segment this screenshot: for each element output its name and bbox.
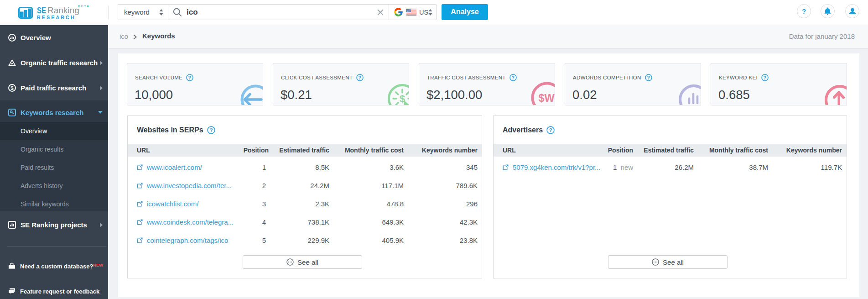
svg-text:$W: $W [538,92,555,104]
svg-text:?: ? [188,75,192,80]
svg-text:?: ? [764,75,767,80]
svg-text:?: ? [511,75,515,80]
svg-text:$: $ [10,85,14,91]
svg-text:?: ? [549,127,552,133]
svg-text:?: ? [359,75,362,80]
svg-text:?: ? [209,127,213,133]
svg-text:?: ? [647,75,650,80]
svg-text:?: ? [802,7,806,15]
